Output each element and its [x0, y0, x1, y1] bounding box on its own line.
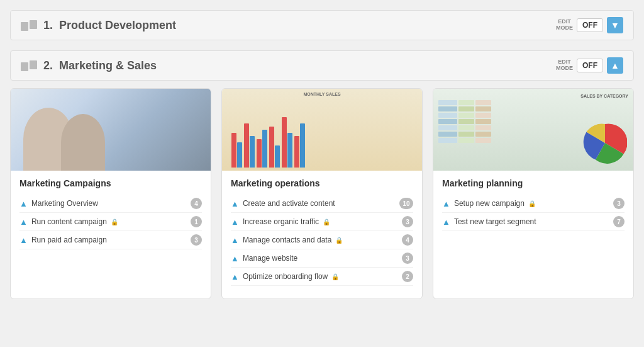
bar: [269, 127, 274, 168]
grid-cell: [458, 106, 474, 111]
card-planning-content: Marketing planning ▲ Setup new campaign …: [433, 171, 633, 234]
grid-cell: [475, 113, 491, 118]
bar: [250, 136, 255, 168]
lock-icon: 🔒: [323, 219, 330, 225]
section-2-name: Marketing & Sales: [59, 59, 157, 72]
task-name: Setup new campaign: [454, 199, 525, 208]
task-name: Manage contacts and data: [243, 236, 331, 244]
lock-icon: 🔒: [111, 219, 118, 225]
chart-label: SALES BY CATEGORY: [438, 94, 628, 98]
badge: 3: [613, 198, 625, 209]
bar: [300, 123, 305, 168]
task-icon: ▲: [442, 217, 450, 227]
badge: 10: [399, 198, 413, 209]
task-name: Run paid ad campaign: [31, 236, 107, 244]
task-icon: ▲: [231, 199, 239, 208]
bar: [237, 142, 242, 168]
bar: [244, 123, 249, 168]
badge: 3: [402, 216, 413, 227]
bar: [231, 133, 236, 168]
grid-cell: [438, 132, 457, 137]
grid-cell: [438, 119, 457, 124]
badge: 3: [402, 253, 413, 264]
task-item: ▲ Test new target segment 7: [442, 213, 625, 231]
card-planning-image: SALES BY CATEGORY: [433, 89, 633, 171]
section-1-controls: EDITMODE OFF ▼: [556, 17, 623, 33]
task-name: Create and activate content: [243, 199, 335, 208]
card-operations-content: Marketing operations ▲ Create and activa…: [222, 171, 422, 288]
bar: [275, 145, 280, 168]
section-1-title-group: 1. Product Development: [21, 19, 176, 32]
task-item: ▲ Increase organic traffic 🔒 3: [231, 213, 413, 231]
task-icon: ▲: [231, 272, 239, 282]
bar: [257, 139, 262, 168]
badge: 7: [613, 216, 625, 227]
card-campaigns-content: Marketing Campaigns ▲ Marketing Overview…: [11, 171, 211, 252]
grid-cell: [438, 125, 457, 130]
lock-icon: 🔒: [331, 273, 339, 280]
section-marketing-sales: 2. Marketing & Sales EDITMODE OFF ▲ Mark…: [10, 50, 634, 299]
badge: 3: [191, 234, 202, 246]
task-item: ▲ Manage website 3: [231, 249, 413, 268]
task-icon: ▲: [442, 199, 450, 208]
card-campaigns-image: [11, 89, 211, 171]
task-item: ▲ Run paid ad campaign 3: [19, 231, 202, 249]
task-name: Manage website: [243, 254, 297, 263]
chevron-btn-1[interactable]: ▼: [607, 17, 623, 33]
grid-cell: [475, 100, 491, 105]
cards-container: Marketing Campaigns ▲ Marketing Overview…: [10, 88, 634, 299]
edit-mode-label-2: EDITMODE: [556, 59, 573, 72]
card-planning-title: Marketing planning: [442, 178, 625, 188]
pages-icon: [21, 20, 37, 31]
task-icon: ▲: [231, 217, 239, 227]
task-item: ▲ Run content campaign 🔒 1: [19, 213, 202, 231]
card-operations-image: MONTHLY SALES: [222, 89, 422, 171]
grid-cell: [458, 125, 474, 130]
section-1-name: Product Development: [59, 19, 176, 32]
badge: 2: [402, 271, 413, 282]
toggle-off-2[interactable]: OFF: [577, 59, 603, 72]
card-marketing-operations: MONTHLY SALES: [221, 88, 423, 299]
bar: [294, 136, 299, 168]
bar-chart: MONTHLY SALES: [222, 89, 422, 171]
badge: 1: [191, 216, 202, 227]
grid-cell: [438, 106, 457, 111]
grid-cell: [475, 106, 491, 111]
badge: 4: [402, 234, 413, 246]
task-icon: ▲: [19, 236, 28, 245]
task-item: ▲ Optimize onboarding flow 🔒 2: [231, 268, 413, 286]
grid-cell: [475, 125, 491, 130]
task-icon: ▲: [231, 254, 239, 263]
section-2-title-group: 2. Marketing & Sales: [21, 59, 157, 72]
grid-cell: [438, 113, 457, 118]
chevron-btn-2[interactable]: ▲: [607, 57, 623, 74]
task-icon: ▲: [231, 236, 239, 245]
card-campaigns-title: Marketing Campaigns: [19, 178, 202, 188]
grid-cell: [458, 138, 474, 143]
toggle-off-1[interactable]: OFF: [577, 18, 603, 32]
pages-icon-2: [21, 60, 37, 71]
task-name: Optimize onboarding flow: [243, 272, 328, 281]
grid-cell: [458, 119, 474, 124]
card-operations-title: Marketing operations: [231, 178, 413, 188]
section-1-title: 1.: [43, 19, 53, 32]
grid-cell: [438, 138, 457, 143]
grid-cell: [475, 119, 491, 124]
lock-icon: 🔒: [528, 200, 536, 207]
task-item: ▲ Manage contacts and data 🔒 4: [231, 231, 413, 249]
card-marketing-campaigns: Marketing Campaigns ▲ Marketing Overview…: [10, 88, 211, 299]
bar: [287, 133, 292, 168]
edit-mode-label-1: EDITMODE: [556, 19, 573, 31]
pie-chart: [583, 121, 627, 165]
task-item: ▲ Marketing Overview 4: [19, 195, 202, 213]
grid-cell: [475, 132, 491, 137]
grid-cell: [458, 132, 474, 137]
task-name: Increase organic traffic: [243, 217, 319, 226]
section-2-header: 2. Marketing & Sales EDITMODE OFF ▲: [10, 50, 634, 81]
grid-cell: [458, 113, 474, 118]
task-item: ▲ Create and activate content 10: [231, 195, 413, 213]
grid-cell: [475, 138, 491, 143]
section-2-controls: EDITMODE OFF ▲: [556, 57, 623, 74]
bar: [262, 130, 267, 168]
section-2-number: 2.: [43, 59, 53, 72]
